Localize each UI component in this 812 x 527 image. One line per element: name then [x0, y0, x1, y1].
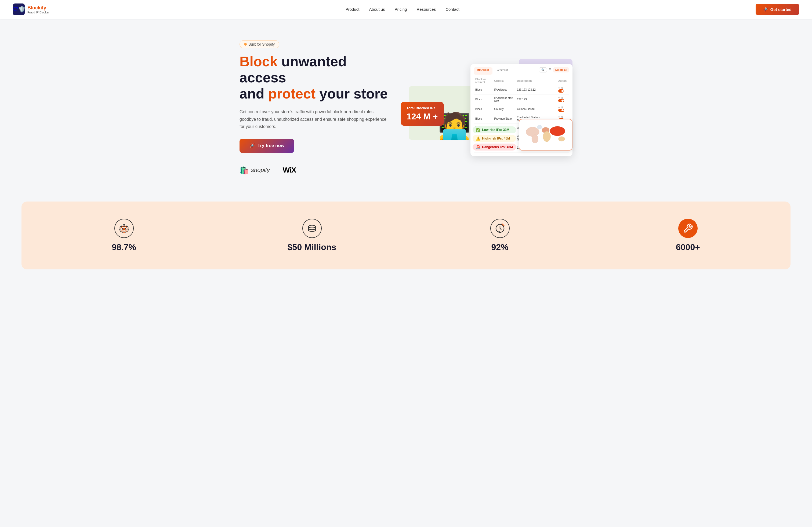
try-free-button[interactable]: 🚀 Try free now [240, 139, 294, 153]
hero-description: Get control over your store's traffic wi… [240, 108, 390, 130]
stat-value-3: 92% [491, 242, 508, 252]
table-row: Block IP Address 123.123.123.12 ✏ 🗑 [474, 85, 569, 95]
dashboard-search[interactable]: 🔍 [539, 67, 547, 73]
nav-link-resources[interactable]: Resources [417, 7, 436, 12]
shopify-label: shopify [251, 167, 270, 174]
stats-section: 98.7% $50 Millions 92% [21, 201, 791, 269]
svg-line-13 [121, 226, 122, 226]
try-btn-icon: 🚀 [249, 143, 255, 149]
logo-text: Blockify Fraud IP Blocker [27, 5, 49, 14]
search-icon: 🔍 [541, 69, 545, 71]
nav-link-about[interactable]: About us [369, 7, 385, 12]
coins-icon [302, 219, 322, 238]
svg-point-16 [308, 225, 316, 228]
bot-icon [114, 219, 134, 238]
badge-dot [244, 43, 247, 46]
toggle-on[interactable] [558, 99, 564, 102]
wrench-icon [678, 219, 698, 238]
col-action: Action [557, 77, 569, 85]
toggle-on[interactable] [558, 109, 564, 112]
dashboard-tabs: Blocklist Whitelist 🔍 ⚙ Delete all [474, 67, 569, 75]
total-blocked-label: Total Blocked IPs [407, 106, 438, 110]
svg-point-0 [526, 127, 539, 137]
get-started-button[interactable]: 🚀 Get started [756, 4, 799, 15]
headline-and: and [240, 86, 268, 102]
danger-icon: 🚨 [476, 145, 480, 149]
table-row: Block IP Address start with 122.123 ✏ 🗑 [474, 95, 569, 104]
col-criteria: Criteria [493, 77, 516, 85]
clock-speed-icon [490, 219, 510, 238]
edit-icon[interactable]: ✏ 🗑 [558, 116, 564, 118]
headline-block: Block [240, 54, 278, 69]
svg-point-1 [532, 135, 538, 143]
warning-icon: ⚠️ [476, 136, 480, 140]
stat-value-2: $50 Millions [288, 242, 336, 252]
edit-icon[interactable]: ✏ 🗑 [558, 106, 564, 109]
svg-line-14 [126, 226, 127, 226]
brand-name: Blockify [27, 5, 49, 11]
shopify-logo: 🛍️ shopify [240, 166, 270, 175]
edit-icon[interactable]: ✏ 🗑 [558, 96, 564, 99]
partner-logos: 🛍️ shopify WiX [240, 166, 390, 175]
col-description: Description [515, 77, 557, 85]
delete-all-button[interactable]: Delete all [553, 67, 569, 73]
high-risk-stat: ⚠️ High-risk IPs: 45M [473, 135, 516, 142]
nav-link-contact[interactable]: Contact [446, 7, 460, 12]
stat-item-3: 92% [406, 214, 594, 257]
col-block: Block or redirect [474, 77, 493, 85]
stat-value-4: 6000+ [676, 242, 700, 252]
total-blocked-bubble: Total Blocked IPs 124 M + [401, 102, 444, 126]
row-desc: 123.123.123.12 [515, 85, 557, 95]
row-action: Block [474, 85, 493, 95]
nav-logo[interactable]: 🛡️ Blockify Fraud IP Blocker [13, 3, 49, 15]
hero-left: Built for Shopify Block unwanted access … [240, 40, 390, 175]
navbar: 🛡️ Blockify Fraud IP Blocker Product Abo… [0, 0, 812, 19]
nav-link-product[interactable]: Product [346, 7, 360, 12]
svg-point-5 [559, 137, 565, 141]
brand-tagline: Fraud IP Blocker [27, 11, 49, 14]
low-risk-stat: ✅ Low-risk IPs: 33M [473, 126, 516, 133]
logo-icon: 🛡️ [13, 3, 25, 15]
hero-headline: Block unwanted access and protect your s… [240, 54, 390, 102]
worldmap-svg [522, 122, 569, 146]
filter-icon: ⚙ [549, 67, 552, 73]
total-blocked-number: 124 M + [407, 111, 438, 122]
stat-item-1: 98.7% [30, 214, 218, 257]
nav-link-pricing[interactable]: Pricing [395, 7, 407, 12]
svg-point-10 [124, 224, 124, 225]
nav-links: Product About us Pricing Resources Conta… [346, 7, 460, 12]
wix-logo: WiX [283, 166, 296, 175]
stat-item-4: 6000+ [594, 214, 782, 257]
hero-section: Built for Shopify Block unwanted access … [218, 19, 594, 191]
tab-whitelist[interactable]: Whitelist [494, 67, 511, 75]
worldmap-card [519, 119, 572, 151]
svg-point-6 [537, 125, 542, 129]
built-for-shopify-badge: Built for Shopify [240, 40, 279, 48]
headline-rest2: your store [316, 86, 388, 102]
tab-blocklist[interactable]: Blocklist [474, 67, 492, 75]
svg-point-4 [550, 126, 565, 136]
toggle-on[interactable] [558, 89, 564, 93]
check-circle-icon: ✅ [476, 128, 480, 132]
hero-right: Blocklist Whitelist 🔍 ⚙ Delete all Block… [406, 59, 572, 156]
ip-stats: ✅ Low-risk IPs: 33M ⚠️ High-risk IPs: 45… [473, 126, 516, 151]
row-criteria: IP Address [493, 85, 516, 95]
shopify-icon: 🛍️ [240, 166, 249, 175]
stat-item-2: $50 Millions [218, 214, 406, 257]
table-row: Block Country Guinea-Bissau ✏ 🗑 [474, 104, 569, 114]
rocket-icon: 🚀 [763, 7, 768, 12]
danger-stat: 🚨 Dangerous IPs: 46M [473, 144, 516, 151]
edit-icon[interactable]: ✏ 🗑 [558, 87, 564, 89]
stat-value-1: 98.7% [112, 242, 136, 252]
svg-point-3 [543, 132, 550, 142]
headline-protect: protect [268, 86, 316, 102]
